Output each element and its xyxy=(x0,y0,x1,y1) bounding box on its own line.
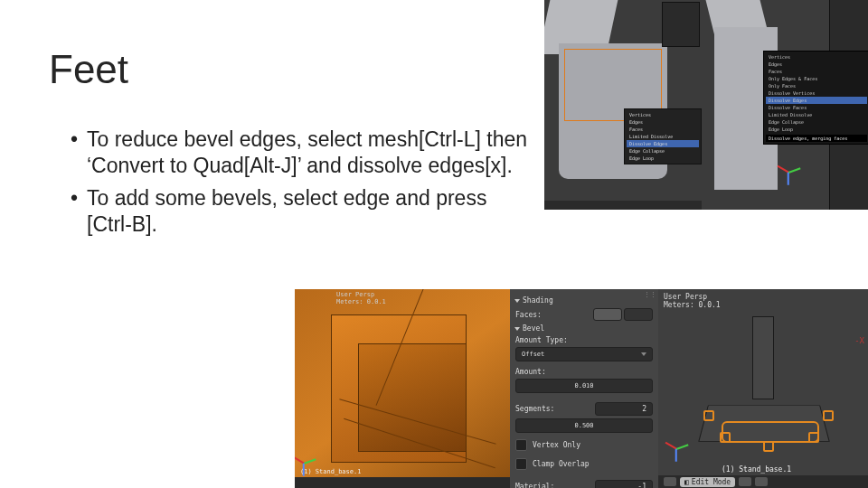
menu-item-highlighted[interactable]: Dissolve Edges xyxy=(627,140,699,147)
footer-button[interactable] xyxy=(664,477,676,486)
selected-edge-loop xyxy=(722,421,819,443)
dropdown-value: Offset xyxy=(522,351,544,358)
top-screenshot-composite: Vertices Edges Faces Limited Dissolve Di… xyxy=(544,0,868,210)
bullet-text: To add some bevels, select edge and pres… xyxy=(87,185,532,239)
material-field[interactable]: -1 xyxy=(595,480,653,488)
context-menu: Vertices Edges Faces Limited Dissolve Di… xyxy=(624,108,702,164)
popup-tooltip: Dissolve edges, merging faces xyxy=(766,135,867,142)
popup-item[interactable]: Only Faces xyxy=(766,82,867,89)
menu-item[interactable]: Vertices xyxy=(627,111,699,118)
popup-item[interactable]: Only Edges & Faces xyxy=(766,75,867,82)
popup-item[interactable]: Vertices xyxy=(766,53,867,61)
bullet-dot-icon: • xyxy=(71,185,87,239)
bullet-text: To reduce bevel edges, select mesh[Ctrl-… xyxy=(87,127,532,180)
bullet-dot-icon: • xyxy=(71,127,87,180)
segments-field[interactable]: 2 xyxy=(595,402,653,416)
footer-button[interactable] xyxy=(755,477,768,486)
vertex-only-checkbox[interactable]: Vertex Only xyxy=(510,436,658,455)
menu-item[interactable]: Limited Dissolve xyxy=(627,133,699,140)
delete-popup: Vertices Edges Faces Only Edges & Faces … xyxy=(763,51,868,145)
checkbox-icon xyxy=(515,439,527,451)
triangle-down-icon xyxy=(514,299,520,303)
panel-grip-icon[interactable]: ⋮⋮ xyxy=(644,291,656,298)
slide-title: Feet xyxy=(49,47,128,92)
amount-field[interactable]: 0.010 xyxy=(515,379,653,393)
shaded-mesh-face xyxy=(358,343,467,452)
meters-label: Meters: 0.0.1 xyxy=(664,301,721,309)
viewport-footer xyxy=(295,477,510,488)
popup-item[interactable]: Edge Loop xyxy=(766,126,867,133)
profile-field[interactable]: 0.500 xyxy=(515,418,653,433)
popup-item-highlighted[interactable]: Dissolve Edges xyxy=(766,97,867,104)
object-caption: (1) Stand_base.1 xyxy=(722,465,791,474)
clamp-overlap-checkbox[interactable]: Clamp Overlap xyxy=(510,455,658,474)
popup-item[interactable]: Dissolve Faces xyxy=(766,104,867,111)
amount-type-dropdown[interactable]: Offset xyxy=(515,347,653,361)
chevron-down-icon xyxy=(641,352,646,356)
popup-item[interactable]: Dissolve Vertices xyxy=(766,89,867,97)
screenshot-bevel-wireframe: User Persp Meters: 0.0.1 -X (1) Stand_ba… xyxy=(658,289,868,488)
popup-item[interactable]: Faces xyxy=(766,68,867,75)
properties-panel xyxy=(662,2,700,47)
section-header[interactable]: Bevel xyxy=(515,324,653,333)
selected-vertex xyxy=(703,410,714,421)
menu-item[interactable]: Edges xyxy=(627,118,699,126)
amount-label: Amount: xyxy=(515,368,653,376)
faces-label: Faces: xyxy=(515,311,542,319)
mode-selector[interactable]: ◧Edit Mode xyxy=(680,477,735,487)
triangle-down-icon xyxy=(514,327,520,331)
footer-button[interactable] xyxy=(739,477,751,486)
menu-item[interactable]: Edge Loop xyxy=(627,155,699,162)
selected-vertex xyxy=(720,432,731,443)
axis-gizmo-icon xyxy=(785,163,805,183)
segments-label: Segments: xyxy=(515,405,554,413)
axis-gizmo-icon xyxy=(673,439,696,463)
bottom-screenshot-composite: User Persp Meters: 0.0.1 (1) Stand_base.… xyxy=(295,289,868,488)
section-title: Shading xyxy=(523,296,553,305)
bullet-item: •To add some bevels, select edge and pre… xyxy=(71,185,532,239)
object-caption: (1) Stand_base.1 xyxy=(300,468,361,475)
persp-label: User Persp xyxy=(664,293,707,301)
viewport-header: User Persp Meters: 0.0.1 xyxy=(658,289,868,313)
cube-icon: ◧ xyxy=(684,478,689,486)
section-title: Bevel xyxy=(523,324,544,333)
screenshot-top-right: Vertices Edges Faces Only Edges & Faces … xyxy=(702,0,868,210)
popup-item[interactable]: Limited Dissolve xyxy=(766,111,867,118)
selected-vertex xyxy=(763,441,774,452)
viewport-header: User Persp Meters: 0.0.1 xyxy=(336,291,386,305)
checkbox-label: Vertex Only xyxy=(533,441,580,449)
viewport-footer: ◧Edit Mode xyxy=(658,475,868,488)
checkbox-icon xyxy=(515,458,527,470)
faces-toggle[interactable] xyxy=(593,308,653,321)
menu-item[interactable]: Edge Collapse xyxy=(627,147,699,155)
bevel-operator-panel: ⋮⋮ Shading Faces: Bevel Amount Type: Off… xyxy=(510,289,658,488)
selected-vertex xyxy=(808,432,819,443)
checkbox-label: Clamp Overlap xyxy=(533,460,590,468)
mode-label: Edit Mode xyxy=(692,478,731,486)
section-header[interactable]: Shading xyxy=(515,296,653,305)
bullet-list: •To reduce bevel edges, select mesh[Ctrl… xyxy=(71,127,532,244)
popup-item[interactable]: Edges xyxy=(766,61,867,68)
bullet-item: •To reduce bevel edges, select mesh[Ctrl… xyxy=(71,127,532,180)
slide: Feet •To reduce bevel edges, select mesh… xyxy=(0,0,868,488)
mesh-pillar xyxy=(752,316,774,399)
material-label: Material: xyxy=(515,483,554,488)
menu-item[interactable]: Faces xyxy=(627,126,699,133)
screenshot-top-left: Vertices Edges Faces Limited Dissolve Di… xyxy=(544,0,702,210)
amount-type-label: Amount Type: xyxy=(515,336,653,344)
popup-item[interactable]: Edge Collapse xyxy=(766,118,867,126)
viewport-footer xyxy=(544,201,702,210)
meters-label: Meters: 0.0.1 xyxy=(336,298,386,305)
persp-label: User Persp xyxy=(336,291,374,298)
screenshot-bevel-viewport-shaded: User Persp Meters: 0.0.1 (1) Stand_base.… xyxy=(295,289,510,488)
selected-vertex xyxy=(823,410,834,421)
